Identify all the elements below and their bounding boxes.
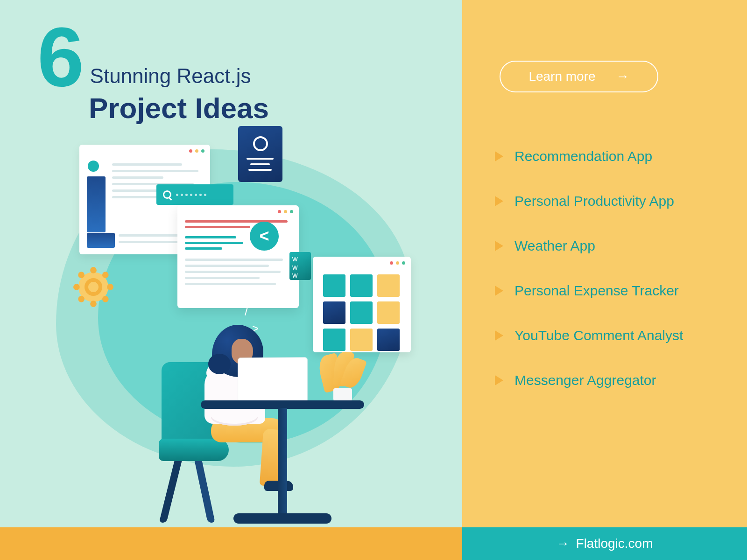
svg-point-2 [73,284,80,290]
arrow-right-icon: → [557,536,570,551]
sidebar-panel: Learn more → Recommendation App Personal… [462,0,747,527]
svg-point-0 [90,267,97,273]
heading-title: Project Ideas [89,91,269,125]
window-card-2 [177,205,299,308]
list-item-label: Personal Productivity App [514,193,674,209]
list-item-label: YouTube Comment Analyst [514,328,683,343]
www-chip-icon: w w w [289,252,311,280]
arrow-right-icon: → [616,69,629,84]
hero-panel: 6 Stunning React.js Project Ideas [0,0,462,527]
learn-more-label: Learn more [529,69,595,84]
learn-more-button[interactable]: Learn more → [500,61,658,92]
triangle-icon [495,375,503,385]
triangle-icon [495,196,503,206]
svg-point-4 [78,272,85,278]
list-item-label: Messenger Aggregator [514,372,656,388]
footer-brand-link[interactable]: → Flatlogic.com [462,527,747,560]
svg-point-6 [78,296,85,302]
list-item[interactable]: Personal Expense Tracker [495,283,719,299]
hero-illustration: < w w w / > [37,131,434,527]
list-item-label: Recommendation App [514,148,652,164]
code-badge-icon: < [250,222,279,251]
list-item[interactable]: Recommendation App [495,148,719,164]
list-item[interactable]: Messenger Aggregator [495,372,719,388]
desk-illustration [163,387,359,518]
list-item[interactable]: Weather App [495,238,719,254]
footer-accent [0,527,462,560]
glyph-slash: / [245,305,248,318]
triangle-icon [495,241,503,251]
heading-block: 6 Stunning React.js Project Ideas [37,23,269,125]
id-card-icon [238,126,282,182]
svg-point-7 [102,296,109,302]
list-item[interactable]: YouTube Comment Analyst [495,328,719,343]
svg-point-5 [102,272,109,278]
laptop-icon [238,357,308,402]
heading-number: 6 [37,23,84,91]
list-item-label: Personal Expense Tracker [514,283,679,299]
list-item[interactable]: Personal Productivity App [495,193,719,209]
footer-brand-label: Flatlogic.com [576,536,653,551]
list-item-label: Weather App [514,238,595,254]
triangle-icon [495,330,503,341]
plant-icon [320,352,365,402]
svg-point-1 [90,301,97,307]
gear-icon [77,271,110,303]
ideas-list: Recommendation App Personal Productivity… [495,148,719,388]
search-chip-icon [156,184,233,205]
triangle-icon [495,151,503,161]
svg-point-3 [107,284,113,290]
heading-subtitle: Stunning React.js [90,64,251,88]
window-card-grid [313,257,411,352]
triangle-icon [495,286,503,296]
